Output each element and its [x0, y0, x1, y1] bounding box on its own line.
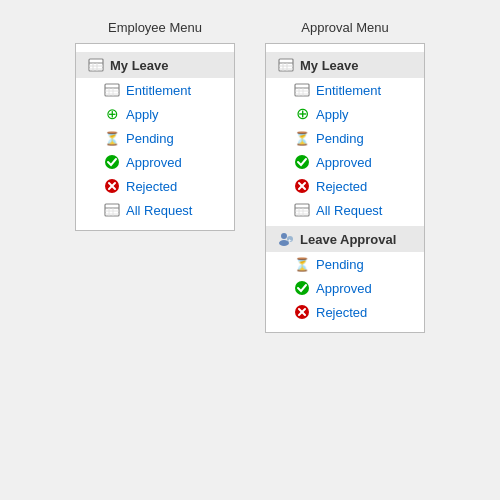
- employee-apply-label: Apply: [126, 107, 159, 122]
- approval-allrequest-label: All Request: [316, 203, 382, 218]
- employee-menu-panel: Employee Menu My Leave: [75, 20, 235, 231]
- approval2-pending-item[interactable]: ⏳ Pending: [266, 252, 424, 276]
- approval-rejected-item[interactable]: Rejected: [266, 174, 424, 198]
- approval2-rejected-icon: [294, 304, 310, 320]
- approval-apply-icon: ⊕: [294, 106, 310, 122]
- approval-approved-icon: [294, 154, 310, 170]
- approval-menu-title: Approval Menu: [301, 20, 388, 35]
- employee-approved-label: Approved: [126, 155, 182, 170]
- svg-text:+: +: [288, 237, 292, 243]
- employee-pending-label: Pending: [126, 131, 174, 146]
- svg-point-44: [281, 233, 287, 239]
- approval2-pending-label: Pending: [316, 257, 364, 272]
- employee-rejected-label: Rejected: [126, 179, 177, 194]
- employee-allrequest-item[interactable]: All Request: [76, 198, 234, 222]
- approval2-approved-label: Approved: [316, 281, 372, 296]
- approval-entitlement-label: Entitlement: [316, 83, 381, 98]
- approval2-approved-item[interactable]: Approved: [266, 276, 424, 300]
- approval-calendar-icon: [278, 57, 294, 73]
- employee-entitlement-item[interactable]: Entitlement: [76, 78, 234, 102]
- approval-myleave-label: My Leave: [300, 58, 359, 73]
- calendar-sm-icon: [104, 82, 120, 98]
- approval-allrequest-icon: [294, 202, 310, 218]
- approval-menu-box: My Leave Entitlement ⊕ Apply ⏳: [265, 43, 425, 333]
- approval-pending-item[interactable]: ⏳ Pending: [266, 126, 424, 150]
- approval-menu-panel: Approval Menu My Leave: [265, 20, 425, 333]
- employee-rejected-item[interactable]: Rejected: [76, 174, 234, 198]
- approval-leaveapproval-header[interactable]: + Leave Approval: [266, 226, 424, 252]
- approval2-approved-icon: [294, 280, 310, 296]
- approval-apply-label: Apply: [316, 107, 349, 122]
- approval-cal-sm-icon: [294, 82, 310, 98]
- approval-entitlement-item[interactable]: Entitlement: [266, 78, 424, 102]
- approval-pending-label: Pending: [316, 131, 364, 146]
- employee-approved-item[interactable]: Approved: [76, 150, 234, 174]
- approval-apply-item[interactable]: ⊕ Apply: [266, 102, 424, 126]
- approved-icon: [104, 154, 120, 170]
- approval-rejected-icon: [294, 178, 310, 194]
- hourglass-icon: ⏳: [104, 130, 120, 146]
- approval-allrequest-item[interactable]: All Request: [266, 198, 424, 222]
- approval-hourglass-icon: ⏳: [294, 130, 310, 146]
- employee-myleave-label: My Leave: [110, 58, 169, 73]
- employee-myleave-header[interactable]: My Leave: [76, 52, 234, 78]
- rejected-icon: [104, 178, 120, 194]
- approval2-rejected-item[interactable]: Rejected: [266, 300, 424, 324]
- approval2-hourglass-icon: ⏳: [294, 256, 310, 272]
- employee-menu-box: My Leave Entitlement ⊕ Apply ⏳: [75, 43, 235, 231]
- employee-pending-item[interactable]: ⏳ Pending: [76, 126, 234, 150]
- approval-approved-item[interactable]: Approved: [266, 150, 424, 174]
- person-icon: +: [278, 231, 294, 247]
- calendar-sm2-icon: [104, 202, 120, 218]
- employee-apply-item[interactable]: ⊕ Apply: [76, 102, 234, 126]
- calendar-icon: [88, 57, 104, 73]
- approval-myleave-header[interactable]: My Leave: [266, 52, 424, 78]
- approval-rejected-label: Rejected: [316, 179, 367, 194]
- approval-leaveapproval-label: Leave Approval: [300, 232, 396, 247]
- apply-icon: ⊕: [104, 106, 120, 122]
- approval2-rejected-label: Rejected: [316, 305, 367, 320]
- approval-approved-label: Approved: [316, 155, 372, 170]
- employee-entitlement-label: Entitlement: [126, 83, 191, 98]
- employee-menu-title: Employee Menu: [108, 20, 202, 35]
- employee-allrequest-label: All Request: [126, 203, 192, 218]
